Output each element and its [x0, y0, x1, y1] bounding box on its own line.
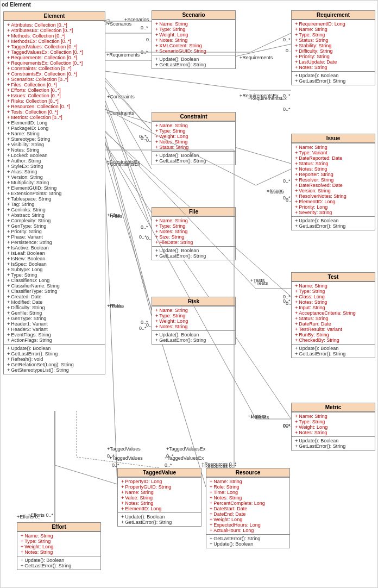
method-line: +GetLastError(): String	[294, 223, 373, 229]
attr-line: +ConstraintsEx: Collection [0..*]	[6, 71, 103, 77]
metric-box: Metric +Name: String +Type: String +Weig…	[291, 403, 375, 451]
connector-mult-issues: 0..*	[283, 195, 291, 201]
attr-line: +Multiplicity: String	[6, 180, 103, 185]
method-line: +GetLastError(): String	[294, 351, 373, 356]
svg-line-46	[256, 169, 291, 185]
method-line: +GetLastError(): String	[294, 78, 373, 84]
connector-label-requirements: +Requirements	[106, 52, 140, 58]
attr-line: +Tests: Collection [0..*]	[6, 109, 103, 115]
attr-line: +Notes: String	[154, 324, 233, 329]
attr-line: +ClassifierType: String	[6, 289, 103, 294]
metric-attrs: +Name: String +Type: String +Weight: Lon…	[292, 412, 375, 436]
attr-line: +Time: Long	[209, 490, 287, 495]
svg-line-41	[105, 71, 250, 90]
attr-line: +GenType: String	[6, 316, 103, 321]
scenario-box: Scenario +Name: String +Type: String +We…	[152, 10, 236, 69]
constraint-methods: +Update(): Boolean +GetLastError(): Stri…	[152, 151, 235, 165]
method-line: +Update(): Boolean	[20, 558, 98, 563]
attr-line: +Name: String	[154, 123, 233, 128]
attr-line: +TaggedValues: Collection [0..*]	[6, 44, 103, 49]
attr-line: +Name: String	[294, 145, 373, 150]
file-box: File +Name: String +Type: String +Notes:…	[152, 207, 236, 260]
attr-line: +Genfile: String	[6, 310, 103, 316]
attr-line: +Methods: Collection [0..*]	[6, 33, 103, 39]
method-line: +Update(): Boolean	[294, 438, 373, 443]
diagram-container: od Element +Scenarios 0..* +Requirements…	[0, 0, 378, 588]
attr-line: +Notes: String	[154, 139, 233, 145]
svg-text:0..*: 0..*	[141, 224, 148, 230]
attr-line: +Tag: String	[6, 202, 103, 207]
attr-line: +IsActive: Boolean	[6, 245, 103, 251]
issue-box: Issue +Name: String +Type: Variant +Date…	[291, 134, 375, 230]
requirement-box: Requirement +RequirementID: Long +Name: …	[291, 10, 375, 85]
method-line: +GetRelationSet(Long): String	[6, 362, 103, 367]
connector-label-scenarios: +Scenarios	[107, 21, 131, 27]
connector-label-risks: +Risks	[107, 303, 122, 309]
attr-line: +ClassifierID: Long	[6, 278, 103, 283]
attr-line: +FileDate: String	[154, 240, 233, 245]
diagram-title: od Element	[2, 2, 31, 8]
svg-text:0..*: 0..*	[112, 462, 119, 468]
attr-line: +Severity: String	[294, 210, 373, 215]
attr-line: +Persistence: String	[6, 240, 103, 245]
attr-line: +Priority: String	[6, 229, 103, 234]
attr-line: +ResolverNotes: String	[294, 193, 373, 199]
effort-title: Effort	[17, 523, 100, 531]
attr-line: +Weight: Long	[154, 318, 233, 324]
attr-line: +Version: String	[6, 174, 103, 180]
attr-line: +TaggedValuesEx: Collection [0..*]	[6, 49, 103, 55]
method-line: +Update(): Boolean	[120, 514, 199, 520]
attr-line: +ElementID: Long	[120, 506, 199, 511]
attr-line: +MethodsEx: Collection [0..*]	[6, 39, 103, 44]
attr-line: +PercentComplete: Long	[209, 501, 287, 506]
attr-line: +Resources: Collection [0..*]	[6, 104, 103, 109]
requirement-title: Requirement	[292, 11, 375, 20]
attr-line: +AcceptanceCriteria: String	[294, 310, 373, 316]
taggedvalue-methods: +Update(): Boolean +GetLastError(): Stri…	[118, 512, 201, 526]
attr-line: +Created: Date	[6, 294, 103, 299]
attr-line: +Resolver: String	[294, 177, 373, 183]
file-title: File	[152, 208, 235, 216]
attr-line: +ScenarioGUID: String	[154, 48, 233, 54]
method-line: +GetStereotypeList(): String	[6, 367, 103, 373]
attr-line: +EventFlags: String	[6, 332, 103, 337]
issue-title: Issue	[292, 134, 375, 143]
attr-line: +TestResults: Variant	[294, 327, 373, 332]
attr-line: +Notes: String	[20, 549, 98, 555]
attr-line: +Header2: Variant	[6, 327, 103, 332]
connector-mult-constraints: 0..*	[139, 134, 147, 139]
connector-label-constraints: +Constraints	[107, 94, 135, 99]
svg-line-27	[104, 147, 117, 484]
resource-title: Resource	[206, 468, 289, 477]
attr-line: +ElementGUID: String	[6, 185, 103, 191]
attr-line: +Name: String	[120, 490, 199, 495]
resource-box: Resource +Name: String +Role: String +Ti…	[206, 468, 290, 548]
svg-line-54	[55, 465, 117, 484]
svg-text:+Constraints: +Constraints	[106, 110, 134, 116]
connector-mult-taggedvaluesex: 0..*	[166, 453, 174, 459]
attr-line: +PackageID: Long	[6, 126, 103, 131]
svg-line-56	[77, 457, 159, 468]
method-line: +Update(): Boolean	[294, 73, 373, 78]
attr-line: +Stability: String	[294, 43, 373, 48]
attr-line: +Tablespace: String	[6, 196, 103, 202]
attr-line: +RunBy: String	[294, 332, 373, 337]
file-attrs: +Name: String +Type: String +Notes: Stri…	[152, 216, 235, 246]
attr-line: +Constraints: Collection [0..*]	[6, 66, 103, 71]
svg-line-40	[250, 33, 291, 52]
connector-mult-files: 0..*	[139, 234, 147, 240]
file-methods: +Update(): Boolean +GetLastError(): Stri…	[152, 246, 235, 260]
method-line: +Update(): Boolean	[209, 541, 287, 547]
attr-line: +Type: String	[294, 32, 373, 37]
connector-label-constraintsex: +ConstraintsEx	[107, 161, 140, 167]
svg-line-51	[105, 145, 256, 419]
connector-label-taggedvalues: +TaggedValues	[107, 446, 141, 452]
attr-line: +Name: String	[209, 479, 287, 484]
attr-line: +AttributesEx: Collection [0..*]	[6, 28, 103, 33]
attr-line: +ActionFlags: String	[6, 337, 103, 343]
attr-line: +Type: Variant	[294, 150, 373, 155]
attr-line: +Type: String	[294, 289, 373, 294]
connector-label-scenarios-mult: 0..*	[141, 49, 148, 55]
method-line: +Update(): Boolean	[154, 332, 233, 337]
attr-line: +Phase: Variant	[6, 234, 103, 240]
